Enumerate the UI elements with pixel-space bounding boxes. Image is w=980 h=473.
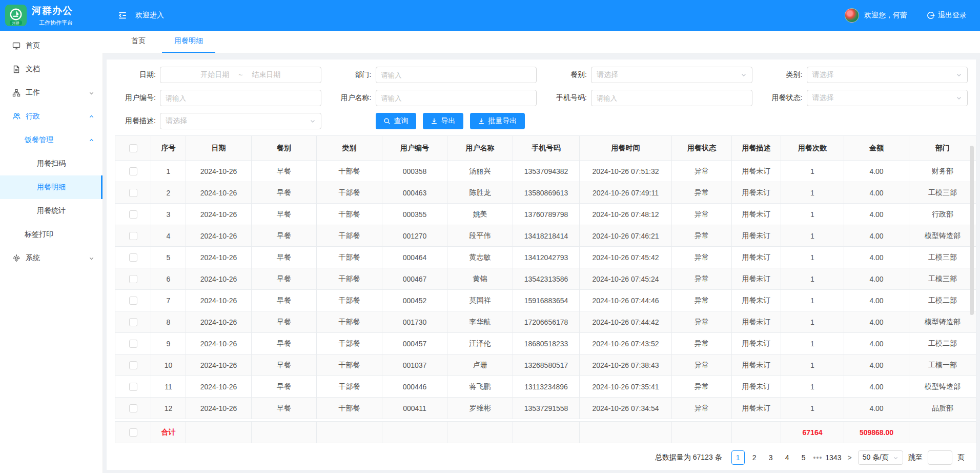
row-checkbox[interactable] [129, 253, 137, 262]
export-button[interactable]: 导出 [423, 113, 463, 129]
phone-input[interactable] [591, 90, 752, 106]
user-avatar[interactable] [845, 8, 859, 23]
sidebar-item-meal-scan[interactable]: 用餐扫码 [0, 152, 103, 175]
page-button-3[interactable]: 3 [764, 450, 778, 465]
cell-meal_type: 早餐 [252, 290, 317, 311]
meal-status-select[interactable]: 请选择 [807, 90, 968, 106]
chevron-down-icon [741, 72, 747, 78]
checkbox-cell [115, 422, 151, 443]
select-all-checkbox[interactable] [129, 144, 137, 152]
meal-type-select[interactable]: 请选择 [591, 67, 752, 83]
vertical-scrollbar[interactable] [970, 146, 974, 315]
next-page-button[interactable]: > [846, 454, 852, 462]
cell-count: 1 [781, 311, 844, 333]
filter-user-id: 用户编号: [115, 90, 321, 106]
cell-category: 干部餐 [317, 333, 382, 354]
sidebar-item-docs[interactable]: 文档 [0, 57, 103, 81]
cell-user_id: 000358 [382, 161, 447, 182]
meal-desc-select[interactable]: 请选择 [160, 113, 321, 129]
cell-category: 干部餐 [317, 204, 382, 225]
table-row: 82024-10-26早餐干部餐001730李华航172066561782024… [115, 311, 976, 333]
row-checkbox[interactable] [129, 189, 137, 197]
cell-category: 干部餐 [317, 290, 382, 311]
row-checkbox[interactable] [129, 340, 137, 348]
user-id-input[interactable] [160, 90, 321, 106]
table-row: 72024-10-26早餐干部餐000452莫国祥159168836542024… [115, 290, 976, 311]
user-name-input[interactable] [376, 90, 537, 106]
tab-home[interactable]: 首页 [119, 36, 158, 53]
cell-index: 2 [151, 182, 186, 204]
sidebar-item-label: 行政 [26, 112, 40, 121]
row-checkbox[interactable] [129, 210, 137, 219]
sidebar-item-meal-management[interactable]: 饭餐管理 [0, 128, 103, 152]
cell-status: 异常 [672, 398, 732, 419]
chevron-down-icon [956, 95, 962, 101]
user-greeting: 欢迎您，何蕾 [864, 11, 907, 20]
cell-user_name: 李华航 [447, 311, 513, 333]
sidebar-item-home[interactable]: 首页 [0, 34, 103, 57]
cell-count: 1 [781, 333, 844, 354]
tab-meal-detail[interactable]: 用餐明细 [162, 36, 215, 53]
cell-description: 用餐未订 [732, 204, 781, 225]
col-header-phone: 手机号码 [513, 136, 580, 161]
batch-export-button[interactable]: 批量导出 [470, 113, 525, 129]
cell-user_id: 001037 [382, 354, 447, 376]
total-label: 合计 [151, 422, 186, 443]
cell-user_name: 黄志敏 [447, 247, 513, 268]
row-checkbox[interactable] [129, 318, 137, 326]
filter-meal-desc-label: 用餐描述: [115, 116, 160, 126]
cell-date: 2024-10-26 [186, 225, 252, 247]
row-checkbox[interactable] [129, 361, 137, 369]
page-size-select[interactable]: 50 条/页 [858, 450, 903, 465]
page-button-1[interactable]: 1 [731, 450, 745, 465]
department-input[interactable] [376, 67, 537, 83]
page-size-value: 50 条/页 [863, 453, 889, 462]
cell-department: 工模三部 [909, 268, 976, 290]
checkbox-header-cell [115, 136, 151, 161]
date-range-input[interactable]: 开始日期 ~ 结束日期 [160, 67, 321, 83]
cell-user_name: 段平伟 [447, 225, 513, 247]
jump-suffix-label: 页 [957, 453, 965, 462]
filter-meal-status-label: 用餐状态: [762, 93, 807, 103]
sidebar-item-admin[interactable]: 行政 [0, 105, 103, 128]
category-select[interactable]: 请选择 [807, 67, 968, 83]
sidebar-item-system[interactable]: 系统 [0, 246, 103, 270]
date-end-placeholder: 结束日期 [252, 70, 280, 80]
cell-meal_type: 早餐 [252, 333, 317, 354]
table-row: 42024-10-26早餐干部餐001270段平伟134182184142024… [115, 225, 976, 247]
row-checkbox[interactable] [129, 383, 137, 391]
row-checkbox[interactable] [129, 404, 137, 412]
sidebar-item-work[interactable]: 工作 [0, 81, 103, 105]
page-button-2[interactable]: 2 [748, 450, 761, 465]
menu-fold-icon[interactable] [118, 11, 127, 20]
sidebar-item-label-print[interactable]: 标签打印 [0, 223, 103, 246]
cell-category: 干部餐 [317, 311, 382, 333]
filter-user-name-label: 用户名称: [331, 93, 376, 103]
row-checkbox[interactable] [129, 297, 137, 305]
cell-user_name: 汤丽兴 [447, 161, 513, 182]
page-button-1343[interactable]: 1343 [825, 450, 841, 465]
cell-category: 干部餐 [317, 268, 382, 290]
page-button-4[interactable]: 4 [781, 450, 794, 465]
sidebar-item-meal-stats[interactable]: 用餐统计 [0, 199, 103, 223]
empty-total-cell [186, 422, 252, 443]
cell-phone: 13537094382 [513, 161, 580, 182]
cell-count: 1 [781, 290, 844, 311]
cell-index: 8 [151, 311, 186, 333]
query-button[interactable]: 查询 [376, 113, 416, 129]
cell-meal_type: 早餐 [252, 398, 317, 419]
row-checkbox[interactable] [129, 275, 137, 283]
cell-meal_type: 早餐 [252, 161, 317, 182]
cell-user_id: 000457 [382, 333, 447, 354]
logout-button[interactable]: 退出登录 [927, 11, 967, 20]
cell-user_name: 姚美 [447, 204, 513, 225]
total-row-checkbox[interactable] [129, 428, 137, 437]
row-checkbox[interactable] [129, 167, 137, 175]
jump-page-input[interactable] [928, 450, 952, 465]
cell-amount: 4.00 [844, 354, 909, 376]
page-button-5[interactable]: 5 [797, 450, 810, 465]
cell-index: 3 [151, 204, 186, 225]
sidebar-item-meal-detail[interactable]: 用餐明细 [0, 175, 103, 199]
row-checkbox[interactable] [129, 232, 137, 240]
select-placeholder: 请选择 [812, 93, 834, 103]
